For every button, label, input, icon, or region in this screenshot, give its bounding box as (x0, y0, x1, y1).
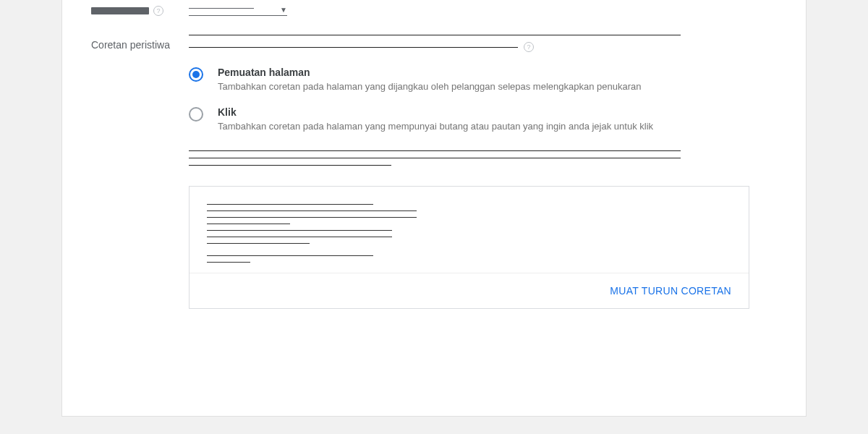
radio-click-title: Klik (218, 106, 653, 118)
radio-page-load-control[interactable] (189, 67, 203, 82)
download-snippet-button[interactable]: MUAT TURUN CORETAN (610, 285, 731, 297)
radio-click-desc: Tambahkan coretan pada halaman yang memp… (218, 121, 653, 132)
chevron-down-icon: ▼ (280, 6, 287, 14)
intro-text-redacted: ? (189, 35, 695, 52)
radio-click[interactable]: Klik Tambahkan coretan pada halaman yang… (189, 106, 777, 132)
code-snippet-box: MUAT TURUN CORETAN (189, 186, 749, 309)
paragraph-redacted (189, 150, 695, 166)
help-icon[interactable]: ? (153, 6, 163, 16)
radio-click-control[interactable] (189, 107, 203, 122)
radio-page-load-desc: Tambahkan coretan pada halaman yang dija… (218, 81, 641, 92)
help-icon[interactable]: ? (524, 42, 534, 52)
field-label-redacted: ? (91, 1, 189, 16)
event-snippet-label: Coretan peristiwa (91, 39, 189, 51)
radio-page-load-title: Pemuatan halaman (218, 67, 641, 78)
radio-page-load[interactable]: Pemuatan halaman Tambahkan coretan pada … (189, 67, 777, 92)
code-redacted-lines (207, 204, 731, 263)
value-dropdown[interactable]: ▼ (189, 6, 287, 16)
redacted-label-bar (91, 7, 149, 14)
dropdown-value-redacted (189, 8, 254, 9)
